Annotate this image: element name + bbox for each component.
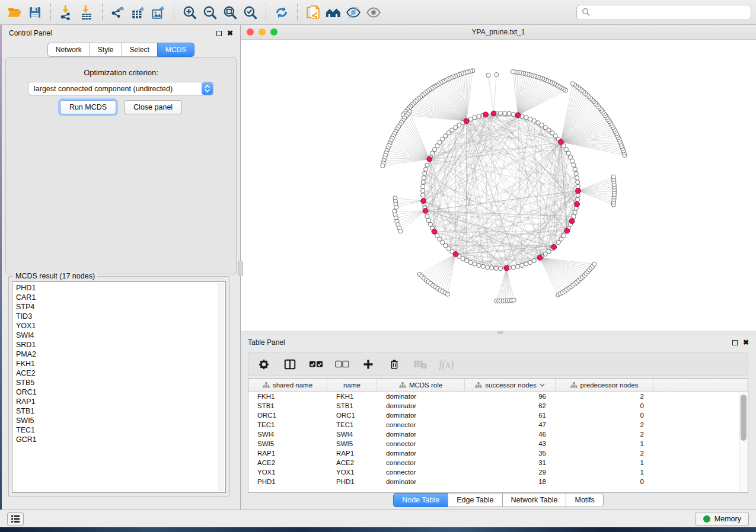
mcds-result-item[interactable]: STP4 [16,302,225,312]
table-row[interactable]: FKH1FKH1dominator962 [248,392,748,401]
show-graphics-details-button[interactable] [363,2,384,23]
export-image-button[interactable] [148,2,168,23]
cell-shared-name[interactable]: TEC1 [248,420,327,430]
cell-name[interactable]: RAP1 [327,448,377,458]
tab-edge-table[interactable]: Edge Table [448,493,502,507]
cell-shared-name[interactable]: FKH1 [248,392,327,401]
tab-network[interactable]: Network [47,43,90,57]
close-panel-icon[interactable]: ✖ [227,30,233,37]
cell-predecessor-nodes[interactable]: 1 [556,458,653,467]
cell-successor-nodes[interactable]: 62 [465,401,556,411]
network-overview-button[interactable] [323,2,343,23]
cell-MCDS-role[interactable]: dominator [377,430,465,439]
horizontal-splitter[interactable] [241,331,756,335]
tab-motifs[interactable]: Motifs [566,493,603,507]
cell-predecessor-nodes[interactable]: 1 [556,439,653,448]
float-table-panel-icon[interactable] [732,340,738,345]
cell-predecessor-nodes[interactable]: 2 [556,448,653,458]
memory-button[interactable]: Memory [696,512,749,526]
table-settings-button[interactable] [257,357,271,371]
open-file-button[interactable] [5,2,25,23]
cell-name[interactable]: FKH1 [327,392,377,401]
cell-name[interactable]: ACE2 [327,458,377,467]
cell-MCDS-role[interactable]: connector [377,458,465,467]
search-input[interactable] [591,8,746,17]
tab-node-table[interactable]: Node Table [393,493,448,507]
mcds-result-item[interactable]: TEC1 [16,425,225,435]
cell-MCDS-role[interactable]: connector [377,420,465,430]
mcds-result-item[interactable]: PHD1 [16,283,225,293]
search-box[interactable] [576,5,751,20]
cell-MCDS-role[interactable]: connector [377,439,465,448]
cell-successor-nodes[interactable]: 18 [465,477,556,486]
import-network-button[interactable] [56,2,76,23]
table-row[interactable]: SWI4SWI4dominator462 [248,430,748,439]
table-scrollbar[interactable] [739,392,748,492]
tab-select[interactable]: Select [122,43,157,57]
cell-name[interactable]: STB1 [327,401,377,411]
cell-successor-nodes[interactable]: 35 [465,448,556,458]
column-header-name[interactable]: name [327,379,377,391]
mcds-result-item[interactable]: ORC1 [16,387,225,397]
cell-successor-nodes[interactable]: 31 [465,458,556,467]
table-row[interactable]: TEC1TEC1connector472 [248,420,748,430]
cell-shared-name[interactable]: RAP1 [248,448,327,458]
table-row[interactable]: YOX1YOX1connector291 [248,467,748,477]
cell-shared-name[interactable]: ACE2 [248,458,327,467]
import-table-button[interactable] [76,2,97,23]
column-header-predecessor-nodes[interactable]: predecessor nodes [556,379,653,391]
column-header-MCDS-role[interactable]: MCDS role [377,379,465,391]
mcds-result-item[interactable]: SRD1 [16,340,225,350]
cell-predecessor-nodes[interactable]: 2 [556,420,653,430]
cell-MCDS-role[interactable]: dominator [377,392,465,401]
export-table-button[interactable] [128,2,148,23]
cell-successor-nodes[interactable]: 46 [465,430,556,439]
hide-graphics-details-button[interactable] [343,2,363,23]
table-row[interactable]: ACE2ACE2connector311 [248,458,748,467]
mcds-result-item[interactable]: TID3 [16,312,225,321]
column-header-shared-name[interactable]: shared name [248,379,327,391]
table-row[interactable]: STB1STB1dominator620 [248,401,748,411]
export-network-button[interactable] [108,2,128,23]
cell-MCDS-role[interactable]: connector [377,467,465,477]
cell-predecessor-nodes[interactable]: 2 [556,392,653,401]
select-all-rows-button[interactable] [309,357,323,371]
cell-predecessor-nodes[interactable]: 0 [556,477,653,486]
mcds-result-item[interactable]: SWI5 [16,416,225,425]
cell-shared-name[interactable]: YOX1 [248,467,327,477]
table-row[interactable]: SWI5SWI5connector431 [248,439,748,448]
close-table-panel-icon[interactable]: ✖ [743,339,749,346]
zoom-in-button[interactable] [180,2,200,23]
cell-MCDS-role[interactable]: dominator [377,411,465,420]
mcds-result-item[interactable]: FKH1 [16,359,225,368]
zoom-selected-button[interactable] [240,2,260,23]
close-panel-button[interactable]: Close panel [124,100,182,114]
column-header-successor-nodes[interactable]: successor nodes [465,379,556,391]
criterion-dropdown[interactable]: largest connected component (undirected) [28,82,214,95]
cell-successor-nodes[interactable]: 61 [465,411,556,420]
cell-name[interactable]: ORC1 [327,411,377,420]
mcds-result-item[interactable]: ACE2 [16,368,225,378]
float-panel-icon[interactable] [216,31,222,36]
deselect-all-rows-button[interactable] [335,357,349,371]
cell-name[interactable]: TEC1 [327,420,377,430]
cell-MCDS-role[interactable]: dominator [377,477,465,486]
cell-predecessor-nodes[interactable]: 0 [556,401,653,411]
table-row[interactable]: PHD1PHD1dominator180 [248,477,748,486]
mcds-result-item[interactable]: STB1 [16,406,225,416]
cell-name[interactable]: SWI4 [327,430,377,439]
mcds-result-item[interactable]: SWI4 [16,331,225,340]
show-task-history-button[interactable] [7,512,24,525]
show-columns-button[interactable] [283,357,297,371]
mcds-result-item[interactable]: RAP1 [16,397,225,406]
table-scrollbar-thumb[interactable] [741,395,747,441]
apply-layout-button[interactable] [272,2,292,23]
network-canvas[interactable] [241,40,756,331]
mcds-result-item[interactable]: CAR1 [16,293,225,302]
cell-predecessor-nodes[interactable]: 1 [556,467,653,477]
tab-style[interactable]: Style [90,43,122,57]
cell-name[interactable]: YOX1 [327,467,377,477]
mcds-result-item[interactable]: PMA2 [16,350,225,359]
mcds-result-item[interactable]: YOX1 [16,321,225,331]
cell-shared-name[interactable]: STB1 [248,401,327,411]
